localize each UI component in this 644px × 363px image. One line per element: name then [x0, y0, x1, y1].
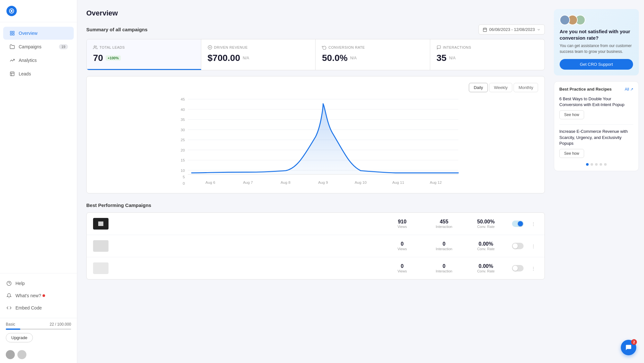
plan-usage: 22 / 100.000: [50, 322, 71, 327]
embed-code-label: Embed Code: [15, 305, 42, 310]
best-practice-all[interactable]: All ↗: [625, 87, 633, 92]
toggle-off-3[interactable]: [512, 265, 524, 271]
toggle-off-2[interactable]: [512, 243, 524, 249]
app-logo[interactable]: [6, 6, 17, 16]
bp-dot-2[interactable]: [591, 163, 593, 166]
toggle-on-1[interactable]: [512, 221, 524, 227]
stats-grid: TOTAL LEADS 70 +100% DRIVEN REVENUE $700…: [86, 39, 545, 70]
chat-widget[interactable]: 2: [621, 340, 636, 355]
leads-badge: +100%: [106, 55, 121, 61]
content-area: Overview Summary of all campaigns 06/08/…: [77, 0, 554, 289]
stat-value-conversion: 50.0% N/A: [322, 53, 423, 63]
notification-dot: [43, 294, 45, 297]
campaign-views-2: 0 Views: [381, 241, 423, 251]
plan-bar: [6, 329, 71, 330]
stat-value-leads: 70 +100%: [93, 53, 194, 63]
user-avatar-2: [17, 350, 26, 359]
embed-code-item[interactable]: Embed Code: [0, 302, 77, 314]
sidebar-bottom: Help What's new? Embed Code: [0, 273, 77, 318]
cro-support-button[interactable]: Get CRO Support: [560, 59, 633, 70]
campaign-thumbnail-2: [93, 240, 109, 252]
plan-section: Basic 22 / 100.000 Upgrade: [0, 318, 77, 346]
svg-rect-4: [10, 34, 12, 35]
svg-point-1: [11, 10, 13, 12]
sidebar-item-campaigns[interactable]: Campaigns 19: [3, 40, 74, 53]
chat-badge: 2: [631, 339, 637, 345]
grid-icon: [9, 30, 15, 36]
cro-card: Are you not satisfied with your conversi…: [554, 9, 639, 75]
svg-text:Aug 11: Aug 11: [392, 180, 404, 184]
svg-rect-3: [13, 31, 14, 33]
svg-text:30: 30: [181, 128, 185, 132]
campaigns-title: Best Performing Campaigns: [86, 202, 545, 208]
document-icon: [9, 71, 15, 77]
stat-interactions[interactable]: INTERACTIONS 35 N/A: [430, 39, 545, 70]
date-range-value: 06/08/2023 - 12/08/2023: [489, 27, 535, 32]
sidebar-item-leads[interactable]: Leads: [3, 67, 74, 80]
chart-btn-weekly[interactable]: Weekly: [489, 83, 512, 92]
campaign-toggle-1[interactable]: [512, 221, 524, 227]
svg-rect-41: [98, 221, 103, 226]
bp-dot-3[interactable]: [595, 163, 598, 166]
chart-btn-monthly[interactable]: Monthly: [514, 83, 538, 92]
campaign-interaction-1: 455 Interaction: [423, 219, 465, 229]
sidebar-item-label: Leads: [19, 71, 31, 76]
campaign-more-1[interactable]: ⋮: [529, 220, 538, 228]
sidebar-item-analytics[interactable]: Analytics: [3, 54, 74, 67]
bp-divider: [559, 124, 633, 125]
svg-text:40: 40: [181, 107, 185, 112]
best-practice-section: Best Practice and Recipes All ↗ 6 Best W…: [554, 81, 639, 171]
whats-new-item[interactable]: What's new?: [0, 289, 77, 302]
bell-icon: [6, 292, 12, 299]
right-panel: Are you not satisfied with your conversi…: [554, 0, 644, 289]
cro-description: You can get assistance from our customer…: [560, 43, 633, 54]
sidebar-item-overview[interactable]: Overview: [3, 27, 74, 40]
stat-conversion-rate[interactable]: CONVERSION RATE 50.0% N/A: [316, 39, 430, 70]
plan-bar-fill: [6, 329, 20, 330]
bp-dot-5[interactable]: [604, 163, 607, 166]
date-picker[interactable]: 06/08/2023 - 12/08/2023: [478, 25, 545, 34]
see-how-button-1[interactable]: See how: [559, 110, 584, 119]
bp-dot-4[interactable]: [600, 163, 602, 166]
svg-text:Aug 10: Aug 10: [355, 180, 367, 184]
stat-label-revenue: DRIVEN REVENUE: [208, 45, 309, 50]
svg-text:45: 45: [181, 97, 185, 101]
stat-label-interactions: INTERACTIONS: [437, 45, 538, 50]
code-icon: [6, 305, 12, 311]
best-practice-item-2: Increase E-Commerce Revenue with Scarcit…: [559, 129, 633, 158]
chart-btn-daily[interactable]: Daily: [469, 83, 488, 92]
campaign-more-3[interactable]: ⋮: [529, 265, 538, 272]
svg-text:Aug 6: Aug 6: [205, 180, 215, 184]
upgrade-button[interactable]: Upgrade: [6, 333, 33, 342]
stat-value-revenue: $700.00 N/A: [208, 53, 309, 63]
campaign-views-1: 910 Views: [381, 219, 423, 229]
best-practice-header: Best Practice and Recipes All ↗: [559, 87, 633, 92]
svg-rect-5: [13, 34, 14, 35]
best-practice-title: Best Practice and Recipes: [559, 87, 612, 92]
campaign-toggle-3[interactable]: [512, 265, 524, 271]
trend-icon: [9, 57, 15, 64]
chart-svg: 45 40 35 30 25 20 15 10 5 0 Aug 6 Aug 7 …: [93, 95, 538, 186]
see-how-button-2[interactable]: See how: [559, 149, 584, 158]
campaign-conv-rate-2: 0.00% Conv. Rate: [465, 241, 507, 251]
sidebar-item-label: Campaigns: [19, 44, 42, 49]
help-item[interactable]: Help: [0, 277, 77, 289]
bp-dot-1[interactable]: [586, 163, 589, 166]
stat-total-leads[interactable]: TOTAL LEADS 70 +100%: [87, 39, 201, 70]
sidebar-nav: Overview Campaigns 19 Analytics Leads: [0, 22, 77, 273]
stat-driven-revenue[interactable]: DRIVEN REVENUE $700.00 N/A: [201, 39, 316, 70]
sidebar-item-label: Analytics: [19, 58, 37, 63]
cro-title: Are you not satisfied with your conversi…: [560, 28, 633, 41]
svg-text:Aug 12: Aug 12: [430, 180, 442, 184]
bp-dots: [559, 163, 633, 166]
chart-controls: Daily Weekly Monthly: [93, 83, 538, 92]
whats-new-label: What's new?: [15, 293, 41, 298]
chart-container: Daily Weekly Monthly 45: [86, 76, 545, 193]
campaign-more-2[interactable]: ⋮: [529, 242, 538, 250]
cro-avatar-1: [560, 15, 570, 25]
cro-avatars: [560, 15, 633, 25]
sidebar-logo: [0, 0, 77, 22]
plan-name: Basic: [6, 322, 15, 327]
svg-text:25: 25: [181, 138, 185, 142]
campaign-toggle-2[interactable]: [512, 243, 524, 249]
